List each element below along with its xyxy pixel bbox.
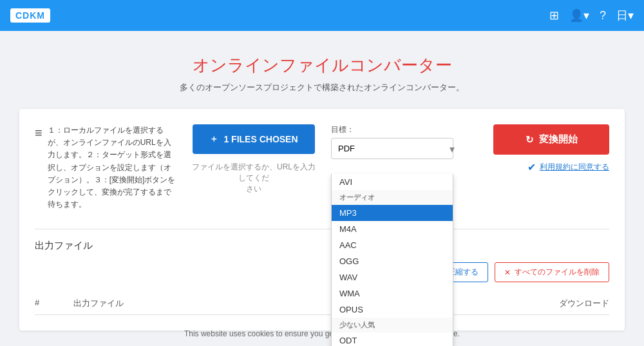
delete-all-button[interactable]: ✕ すべてのファイルを削除 — [495, 262, 609, 282]
page-subtitle: 多くのオープンソースプロジェクトで構築されたオンラインコンバーター。 — [0, 82, 644, 93]
upload-hint: ファイルを選択するか、URLを入力してくだ さい — [189, 162, 318, 195]
format-dropdown[interactable]: AVIオーディオMP3M4AAACOGGWAVWMAOPUS少ない人気ODTOD… — [331, 174, 453, 346]
target-format-section: 目標： PDF ▾ AVIオーディオMP3M4AAACOGGWAVWMAOPUS… — [331, 124, 460, 159]
col-header-download: ダウンロード — [532, 298, 609, 309]
dropdown-item-OPUS[interactable]: OPUS — [332, 302, 453, 318]
header-right: ⊞ 👤▾ ? 日▾ — [549, 8, 634, 23]
target-label: 目標： — [331, 124, 460, 135]
check-icon: ✔ — [527, 161, 536, 173]
dropdown-item-WAV[interactable]: WAV — [332, 269, 453, 285]
dropdown-item-AVI[interactable]: AVI — [332, 174, 453, 190]
help-icon[interactable]: ? — [600, 9, 606, 23]
page-title: オンラインファイルコンバーター — [0, 54, 644, 77]
refresh-icon: ↻ — [526, 134, 534, 146]
logo: CDKM — [10, 8, 50, 23]
card-top: ≡ １：ローカルファイルを選択するが、オンラインファイルのURLを入力します。２… — [35, 124, 609, 211]
terms-text[interactable]: 利用規約に同意する — [540, 162, 609, 173]
col-header-num: # — [35, 298, 73, 309]
upload-button-label: 1 FILES CHOSEN — [223, 134, 298, 144]
account-icon[interactable]: 👤▾ — [569, 8, 589, 23]
hero-section: オンラインファイルコンバーター 多くのオープンソースプロジェクトで構築されたオン… — [0, 31, 644, 109]
output-actions: 📦 すべてのファイルを圧縮する ✕ すべてのファイルを削除 — [35, 262, 609, 282]
convert-button-label: 変換開始 — [539, 133, 578, 146]
steps-text: １：ローカルファイルを選択するが、オンラインファイルのURLを入力します。２：タ… — [48, 124, 176, 211]
dropdown-item-ODT[interactable]: ODT — [332, 332, 453, 346]
output-title: 出力ファイル — [35, 240, 609, 252]
steps-icon: ≡ — [35, 126, 43, 140]
convert-section: ↻ 変換開始 ✔ 利用規約に同意する — [473, 124, 609, 173]
layers-icon[interactable]: ⊞ — [549, 8, 559, 23]
target-select-wrapper: PDF ▾ AVIオーディオMP3M4AAACOGGWAVWMAOPUS少ない人… — [331, 138, 460, 159]
target-select[interactable]: PDF — [331, 138, 453, 159]
output-section: 出力ファイル 📦 すべてのファイルを圧縮する ✕ すべてのファイルを削除 # 出… — [35, 229, 609, 315]
table-header: # 出力ファイル ダウンロード — [35, 293, 609, 315]
convert-button[interactable]: ↻ 変換開始 — [493, 124, 609, 155]
dropdown-section-オーディオ: オーディオ — [332, 190, 453, 205]
dropdown-item-M4A[interactable]: M4A — [332, 221, 453, 237]
dropdown-item-MP3[interactable]: MP3 — [332, 205, 453, 221]
col-header-file: 出力ファイル — [73, 298, 532, 309]
upload-button[interactable]: ＋ 1 FILES CHOSEN — [193, 124, 315, 154]
delete-icon: ✕ — [504, 268, 511, 277]
dropdown-item-AAC[interactable]: AAC — [332, 237, 453, 253]
steps-section: ≡ １：ローカルファイルを選択するが、オンラインファイルのURLを入力します。２… — [35, 124, 176, 211]
header: CDKM ⊞ 👤▾ ? 日▾ — [0, 0, 644, 31]
main-card: ≡ １：ローカルファイルを選択するが、オンラインファイルのURLを入力します。２… — [19, 109, 625, 331]
dropdown-item-OGG[interactable]: OGG — [332, 253, 453, 269]
terms-agreement: ✔ 利用規約に同意する — [527, 161, 609, 173]
dropdown-section-少ない人気: 少ない人気 — [332, 318, 453, 332]
dropdown-item-WMA[interactable]: WMA — [332, 285, 453, 302]
plus-icon: ＋ — [209, 133, 218, 145]
language-icon[interactable]: 日▾ — [616, 8, 634, 23]
upload-section: ＋ 1 FILES CHOSEN ファイルを選択するか、URLを入力してくだ さ… — [189, 124, 318, 195]
footer: This website uses cookies to ensure you … — [0, 322, 644, 346]
